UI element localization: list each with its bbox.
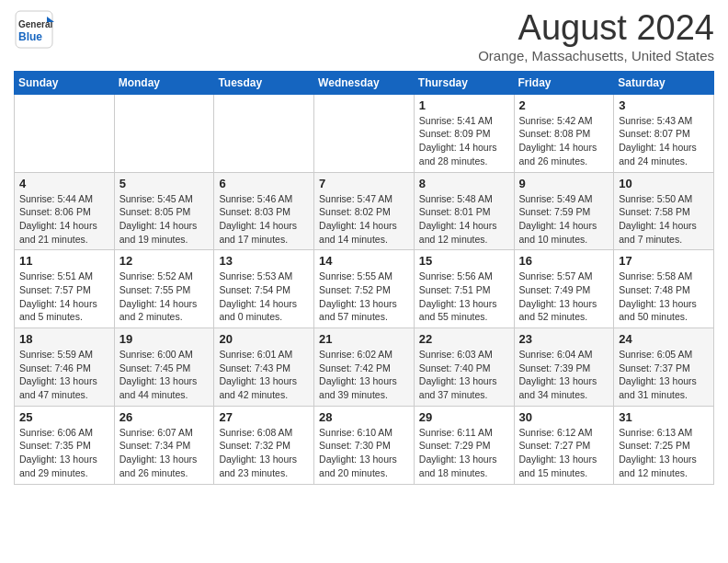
day-info: Sunrise: 6:05 AMSunset: 7:37 PMDaylight:… <box>619 348 709 402</box>
day-info: Sunrise: 5:46 AMSunset: 8:03 PMDaylight:… <box>219 192 309 247</box>
page-header: General Blue August 2024 Orange, Massach… <box>14 9 714 63</box>
logo: General Blue <box>14 9 56 50</box>
day-number: 11 <box>19 254 109 268</box>
day-of-week-wednesday: Wednesday <box>314 71 415 94</box>
calendar-cell: 15Sunrise: 5:56 AMSunset: 7:51 PMDayligh… <box>414 250 514 328</box>
calendar-cell: 10Sunrise: 5:50 AMSunset: 7:58 PMDayligh… <box>614 172 714 250</box>
day-number: 22 <box>419 332 509 346</box>
day-info: Sunrise: 6:11 AMSunset: 7:29 PMDaylight:… <box>419 426 509 480</box>
calendar-cell: 8Sunrise: 5:48 AMSunset: 8:01 PMDaylight… <box>414 172 514 250</box>
calendar-cell: 6Sunrise: 5:46 AMSunset: 8:03 PMDaylight… <box>214 172 314 250</box>
day-info: Sunrise: 6:00 AMSunset: 7:45 PMDaylight:… <box>119 348 210 402</box>
calendar-cell: 22Sunrise: 6:03 AMSunset: 7:40 PMDayligh… <box>414 328 514 407</box>
calendar-cell: 30Sunrise: 6:12 AMSunset: 7:27 PMDayligh… <box>514 406 614 484</box>
day-number: 2 <box>519 98 609 112</box>
day-info: Sunrise: 5:43 AMSunset: 8:07 PMDaylight:… <box>619 114 709 168</box>
day-number: 25 <box>19 410 109 424</box>
calendar-cell: 20Sunrise: 6:01 AMSunset: 7:43 PMDayligh… <box>214 328 314 407</box>
day-info: Sunrise: 5:58 AMSunset: 7:48 PMDaylight:… <box>619 270 709 324</box>
day-of-week-thursday: Thursday <box>414 71 514 94</box>
day-number: 29 <box>419 410 509 424</box>
day-number: 5 <box>119 177 210 190</box>
day-number: 21 <box>319 332 409 346</box>
calendar-cell: 29Sunrise: 6:11 AMSunset: 7:29 PMDayligh… <box>414 406 514 484</box>
calendar-cell <box>114 94 214 172</box>
calendar-week-5: 25Sunrise: 6:06 AMSunset: 7:35 PMDayligh… <box>15 406 714 484</box>
day-number: 19 <box>119 332 210 346</box>
day-number: 4 <box>19 177 109 190</box>
day-info: Sunrise: 5:57 AMSunset: 7:49 PMDaylight:… <box>519 270 609 324</box>
logo-icon: General Blue <box>14 9 54 50</box>
day-info: Sunrise: 5:42 AMSunset: 8:08 PMDaylight:… <box>519 114 609 168</box>
day-number: 24 <box>619 332 709 346</box>
calendar-cell: 19Sunrise: 6:00 AMSunset: 7:45 PMDayligh… <box>114 328 214 407</box>
day-number: 8 <box>419 177 509 190</box>
day-info: Sunrise: 5:49 AMSunset: 7:59 PMDaylight:… <box>519 192 609 247</box>
day-number: 12 <box>119 254 210 268</box>
day-info: Sunrise: 5:52 AMSunset: 7:55 PMDaylight:… <box>119 270 210 324</box>
day-info: Sunrise: 6:04 AMSunset: 7:39 PMDaylight:… <box>519 348 609 402</box>
day-number: 3 <box>619 98 709 112</box>
calendar-cell: 16Sunrise: 5:57 AMSunset: 7:49 PMDayligh… <box>514 250 614 328</box>
calendar-header: SundayMondayTuesdayWednesdayThursdayFrid… <box>15 71 714 94</box>
calendar-cell: 1Sunrise: 5:41 AMSunset: 8:09 PMDaylight… <box>414 94 514 172</box>
day-of-week-sunday: Sunday <box>15 71 115 94</box>
calendar-week-2: 4Sunrise: 5:44 AMSunset: 8:06 PMDaylight… <box>15 172 714 250</box>
day-info: Sunrise: 6:10 AMSunset: 7:30 PMDaylight:… <box>319 426 409 480</box>
calendar-body: 1Sunrise: 5:41 AMSunset: 8:09 PMDaylight… <box>15 94 714 484</box>
calendar-cell: 9Sunrise: 5:49 AMSunset: 7:59 PMDaylight… <box>514 172 614 250</box>
day-number: 15 <box>419 254 509 268</box>
day-number: 16 <box>519 254 609 268</box>
day-info: Sunrise: 5:56 AMSunset: 7:51 PMDaylight:… <box>419 270 509 324</box>
calendar-cell <box>15 94 115 172</box>
calendar-cell: 17Sunrise: 5:58 AMSunset: 7:48 PMDayligh… <box>614 250 714 328</box>
day-info: Sunrise: 5:51 AMSunset: 7:57 PMDaylight:… <box>19 270 109 324</box>
calendar-cell: 14Sunrise: 5:55 AMSunset: 7:52 PMDayligh… <box>314 250 415 328</box>
calendar-cell: 2Sunrise: 5:42 AMSunset: 8:08 PMDaylight… <box>514 94 614 172</box>
calendar-cell: 28Sunrise: 6:10 AMSunset: 7:30 PMDayligh… <box>314 406 415 484</box>
month-title: August 2024 <box>478 9 714 48</box>
day-info: Sunrise: 6:01 AMSunset: 7:43 PMDaylight:… <box>219 348 309 402</box>
day-info: Sunrise: 6:03 AMSunset: 7:40 PMDaylight:… <box>419 348 509 402</box>
day-number: 26 <box>119 410 210 424</box>
day-number: 30 <box>519 410 609 424</box>
location-subtitle: Orange, Massachusetts, United States <box>478 48 714 63</box>
title-area: August 2024 Orange, Massachusetts, Unite… <box>478 9 714 63</box>
calendar-cell <box>214 94 314 172</box>
day-number: 9 <box>519 177 609 190</box>
day-number: 18 <box>19 332 109 346</box>
calendar-week-4: 18Sunrise: 5:59 AMSunset: 7:46 PMDayligh… <box>15 328 714 407</box>
day-info: Sunrise: 5:47 AMSunset: 8:02 PMDaylight:… <box>319 192 409 247</box>
calendar-cell <box>314 94 415 172</box>
day-of-week-friday: Friday <box>514 71 614 94</box>
day-number: 28 <box>319 410 409 424</box>
calendar-cell: 25Sunrise: 6:06 AMSunset: 7:35 PMDayligh… <box>15 406 115 484</box>
calendar-cell: 3Sunrise: 5:43 AMSunset: 8:07 PMDaylight… <box>614 94 714 172</box>
calendar-week-3: 11Sunrise: 5:51 AMSunset: 7:57 PMDayligh… <box>15 250 714 328</box>
day-number: 17 <box>619 254 709 268</box>
calendar-cell: 5Sunrise: 5:45 AMSunset: 8:05 PMDaylight… <box>114 172 214 250</box>
day-info: Sunrise: 6:08 AMSunset: 7:32 PMDaylight:… <box>219 426 309 480</box>
day-number: 10 <box>619 177 709 190</box>
calendar-cell: 26Sunrise: 6:07 AMSunset: 7:34 PMDayligh… <box>114 406 214 484</box>
calendar-cell: 13Sunrise: 5:53 AMSunset: 7:54 PMDayligh… <box>214 250 314 328</box>
day-info: Sunrise: 5:48 AMSunset: 8:01 PMDaylight:… <box>419 192 509 247</box>
day-info: Sunrise: 5:44 AMSunset: 8:06 PMDaylight:… <box>19 192 109 247</box>
calendar-week-1: 1Sunrise: 5:41 AMSunset: 8:09 PMDaylight… <box>15 94 714 172</box>
day-info: Sunrise: 5:41 AMSunset: 8:09 PMDaylight:… <box>419 114 509 168</box>
day-number: 6 <box>219 177 309 190</box>
day-number: 31 <box>619 410 709 424</box>
day-info: Sunrise: 6:13 AMSunset: 7:25 PMDaylight:… <box>619 426 709 480</box>
day-info: Sunrise: 6:02 AMSunset: 7:42 PMDaylight:… <box>319 348 409 402</box>
calendar-cell: 7Sunrise: 5:47 AMSunset: 8:02 PMDaylight… <box>314 172 415 250</box>
calendar-cell: 11Sunrise: 5:51 AMSunset: 7:57 PMDayligh… <box>15 250 115 328</box>
day-info: Sunrise: 5:59 AMSunset: 7:46 PMDaylight:… <box>19 348 109 402</box>
days-of-week-row: SundayMondayTuesdayWednesdayThursdayFrid… <box>15 71 714 94</box>
day-info: Sunrise: 5:53 AMSunset: 7:54 PMDaylight:… <box>219 270 309 324</box>
calendar-cell: 18Sunrise: 5:59 AMSunset: 7:46 PMDayligh… <box>15 328 115 407</box>
calendar-cell: 21Sunrise: 6:02 AMSunset: 7:42 PMDayligh… <box>314 328 415 407</box>
day-number: 14 <box>319 254 409 268</box>
day-info: Sunrise: 5:55 AMSunset: 7:52 PMDaylight:… <box>319 270 409 324</box>
day-of-week-tuesday: Tuesday <box>214 71 314 94</box>
calendar-table: SundayMondayTuesdayWednesdayThursdayFrid… <box>14 71 714 485</box>
